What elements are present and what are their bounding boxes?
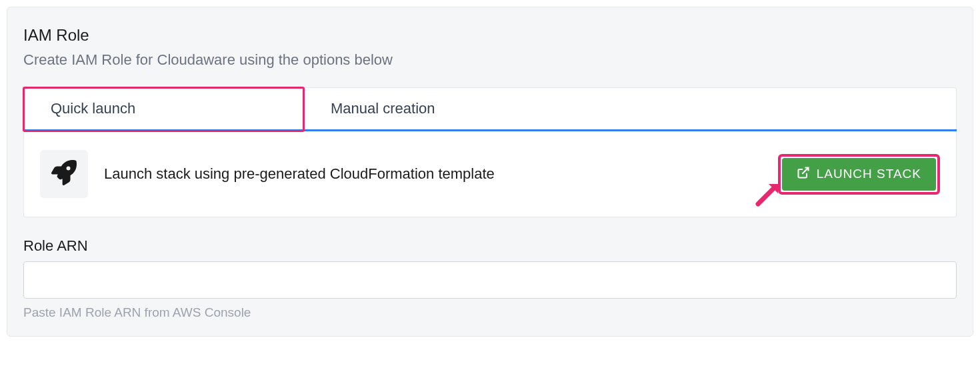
- tab-label: Quick launch: [51, 100, 135, 117]
- launch-description: Launch stack using pre-generated CloudFo…: [104, 165, 762, 183]
- section-subtitle: Create IAM Role for Cloudaware using the…: [23, 51, 957, 69]
- role-arn-label: Role ARN: [23, 237, 957, 255]
- external-link-icon: [797, 166, 810, 183]
- role-arn-input[interactable]: [23, 261, 957, 299]
- launch-button-label: LAUNCH STACK: [817, 167, 921, 181]
- section-title: IAM Role: [23, 26, 957, 45]
- iam-role-panel: IAM Role Create IAM Role for Cloudaware …: [7, 7, 973, 337]
- annotation-highlight-button: LAUNCH STACK: [778, 154, 940, 195]
- role-arn-helper: Paste IAM Role ARN from AWS Console: [23, 305, 957, 320]
- quick-launch-content: Launch stack using pre-generated CloudFo…: [23, 131, 957, 217]
- tab-manual-creation[interactable]: Manual creation: [303, 87, 957, 129]
- rocket-icon: [51, 160, 77, 188]
- launch-stack-button[interactable]: LAUNCH STACK: [782, 158, 936, 191]
- svg-line-0: [802, 167, 808, 173]
- tab-quick-launch[interactable]: Quick launch: [23, 87, 303, 129]
- tabs-bar: Quick launch Manual creation: [23, 87, 957, 131]
- rocket-icon-box: [40, 150, 88, 198]
- tab-label: Manual creation: [331, 100, 435, 117]
